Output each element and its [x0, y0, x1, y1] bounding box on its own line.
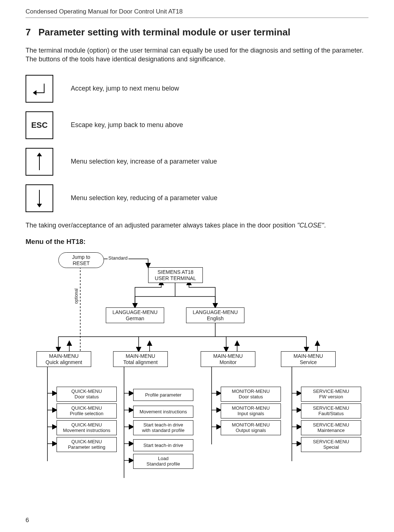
t5l1: Load: [158, 456, 169, 461]
t3l2: with standard profile: [142, 428, 184, 433]
node-m2: MONITOR-MENUInput signals: [221, 403, 281, 418]
m1l2: Door status: [239, 394, 263, 399]
node-m3: MONITOR-MENUOutput signals: [221, 420, 281, 435]
node-s1: SERVICE-MENUFW version: [301, 387, 361, 402]
note-emph: "CLOSE": [297, 222, 324, 229]
node-main-quick: MAIN-MENU Quick alignment: [36, 351, 91, 367]
node-main-monitor: MAIN-MENU Monitor: [201, 351, 255, 367]
node-m1: MONITOR-MENUDoor status: [221, 387, 281, 402]
lang-en-l1: LANGUAGE-MENU: [193, 309, 238, 315]
q3l1: QUICK-MENU: [72, 422, 102, 428]
arrow-up-icon: [39, 153, 40, 170]
section-title: Parameter setting with terminal module o…: [38, 27, 290, 38]
ms-l2: Service: [300, 359, 317, 365]
label-optional: optional: [74, 288, 79, 304]
mm-l1: MAIN-MENU: [213, 353, 243, 359]
node-s4: SERVICE-MENUSpecial: [301, 437, 361, 452]
q3l2: Movement instructions: [63, 428, 110, 433]
s2l2: Fault/Status: [318, 411, 344, 416]
esc-key-icon: ESC: [26, 111, 53, 139]
reset-l2: RESET: [73, 260, 90, 266]
lang-de-l2: German: [126, 315, 144, 321]
node-root: SIEMENS AT18 USER TERMINAL: [148, 267, 203, 283]
node-t2: Movement instructions: [133, 406, 193, 418]
enter-key-icon: [26, 75, 53, 103]
node-q3: QUICK-MENUMovement instructions: [57, 420, 117, 435]
s4l2: Special: [323, 444, 339, 450]
m3l2: Output signals: [236, 428, 266, 433]
node-lang-de: LANGUAGE-MENU German: [106, 307, 164, 324]
page-number: 6: [26, 517, 29, 524]
s1l1: SERVICE-MENU: [313, 389, 349, 394]
mq-l2: Quick alignment: [46, 359, 82, 365]
mm-l2: Monitor: [220, 359, 237, 365]
note-suffix: .: [324, 222, 326, 229]
section-heading: 7 Parameter setting with terminal module…: [26, 27, 368, 38]
running-head: Condensed Operating Manual for Door Cont…: [26, 8, 368, 18]
node-t1: Profile parameter: [133, 389, 193, 401]
m2l1: MONITOR-MENU: [232, 405, 270, 411]
node-reset: Jump to RESET: [58, 252, 104, 268]
node-t5: LoadStandard profile: [133, 454, 193, 469]
q4l2: Parameter setting: [68, 444, 105, 450]
root-l2: USER TERMINAL: [155, 275, 196, 281]
node-q4: QUICK-MENUParameter setting: [57, 437, 117, 452]
diagram-wires: [29, 251, 372, 488]
label-standard: Standard: [108, 255, 128, 261]
t5l2: Standard profile: [147, 461, 180, 467]
node-s2: SERVICE-MENUFault/Status: [301, 403, 361, 418]
s3l1: SERVICE-MENU: [313, 422, 349, 428]
q1l2: Door status: [74, 394, 98, 399]
t3l1: Start teach-in drive: [143, 422, 183, 428]
up-key-desc: Menu selection key, increase of a parame…: [71, 158, 217, 165]
ms-l1: MAIN-MENU: [294, 353, 323, 359]
lang-de-l1: LANGUAGE-MENU: [112, 309, 158, 315]
mt-l1: MAIN-MENU: [126, 353, 155, 359]
m3l1: MONITOR-MENU: [232, 422, 270, 428]
m1l1: MONITOR-MENU: [232, 389, 270, 394]
mt-l2: Total alignment: [123, 359, 158, 365]
m2l2: Input signals: [237, 411, 264, 416]
lang-en-l2: English: [207, 315, 224, 321]
enter-key-desc: Accept key, jump to next menu below: [71, 85, 179, 92]
s3l2: Maintenance: [317, 428, 344, 433]
arrow-down-icon: [39, 190, 40, 207]
menu-diagram: Jump to RESET Standard optional SIEMENS …: [29, 251, 372, 488]
node-main-total: MAIN-MENU Total alignment: [113, 351, 168, 367]
node-t3: Start teach-in drivewith standard profil…: [133, 420, 193, 435]
up-key-icon: [26, 148, 53, 176]
node-main-service: MAIN-MENU Service: [281, 351, 336, 367]
q2l1: QUICK-MENU: [72, 405, 102, 411]
q1l1: QUICK-MENU: [72, 389, 102, 394]
q4l1: QUICK-MENU: [72, 439, 102, 444]
note-prefix: The taking over/acceptance of an adjuste…: [26, 222, 297, 229]
reset-l1: Jump to: [72, 254, 90, 260]
s4l1: SERVICE-MENU: [313, 439, 349, 444]
node-s3: SERVICE-MENUMaintenance: [301, 420, 361, 435]
q2l2: Profile selection: [70, 411, 104, 416]
enter-icon: [32, 81, 47, 96]
mq-l1: MAIN-MENU: [49, 353, 79, 359]
menu-heading: Menu of the HT18:: [26, 238, 368, 246]
down-key-desc: Menu selection key, reducing of a parame…: [71, 194, 217, 202]
root-l1: SIEMENS AT18: [158, 269, 194, 275]
node-q2: QUICK-MENUProfile selection: [57, 403, 117, 418]
key-legend: Accept key, jump to next menu below ESC …: [26, 75, 368, 212]
node-lang-en: LANGUAGE-MENU English: [186, 307, 244, 324]
esc-key-desc: Escape key, jump back to menu above: [71, 121, 183, 129]
close-note: The taking over/acceptance of an adjuste…: [26, 221, 368, 230]
section-number: 7: [26, 27, 36, 38]
node-q1: QUICK-MENUDoor status: [57, 387, 117, 402]
s2l1: SERVICE-MENU: [313, 405, 349, 411]
intro-paragraph: The terminal module (option) or the user…: [26, 46, 368, 64]
node-t4: Start teach-in drive: [133, 439, 193, 452]
down-key-icon: [26, 184, 53, 212]
s1l2: FW version: [319, 394, 343, 399]
